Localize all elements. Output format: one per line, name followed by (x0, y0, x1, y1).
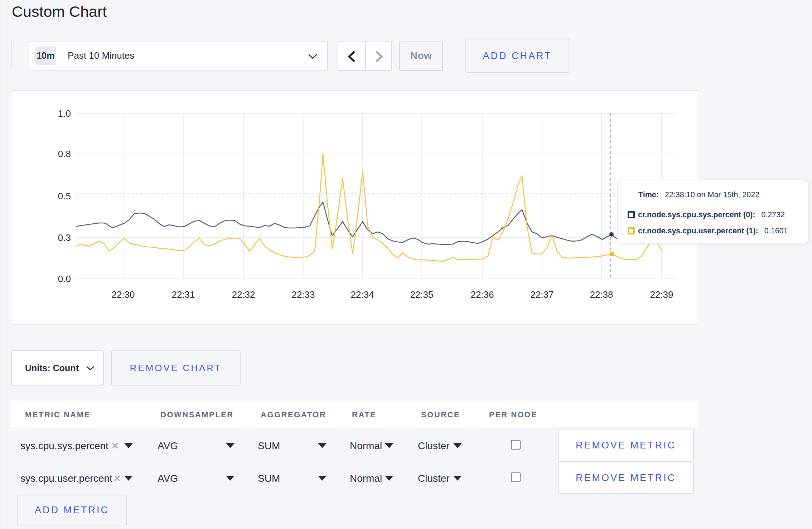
svg-text:22:37: 22:37 (530, 289, 554, 300)
svg-text:22:31: 22:31 (171, 289, 195, 300)
svg-text:0.3: 0.3 (58, 232, 71, 243)
svg-text:22:35: 22:35 (410, 289, 433, 300)
svg-text:22:32: 22:32 (232, 289, 255, 300)
svg-text:0.5: 0.5 (58, 191, 71, 202)
svg-text:0.0: 0.0 (58, 273, 71, 284)
svg-text:0.8: 0.8 (58, 149, 71, 159)
svg-text:22:39: 22:39 (650, 289, 673, 300)
svg-text:22:38: 22:38 (590, 289, 613, 300)
svg-text:22:33: 22:33 (291, 289, 315, 300)
svg-text:22:36: 22:36 (470, 289, 494, 300)
svg-text:1.0: 1.0 (58, 108, 71, 119)
svg-text:22:34: 22:34 (351, 289, 374, 300)
svg-text:22:30: 22:30 (111, 289, 135, 300)
